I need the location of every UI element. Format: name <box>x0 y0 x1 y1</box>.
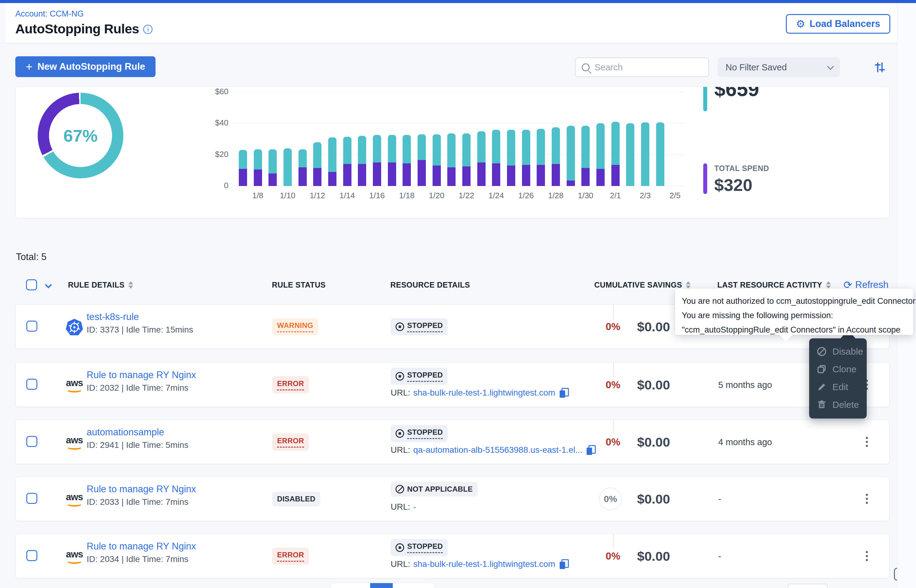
total-spend-value: $320 <box>714 175 753 195</box>
search-input[interactable] <box>594 62 702 73</box>
top-accent-bar <box>0 0 916 3</box>
menu-item-clone[interactable]: Clone <box>809 360 867 378</box>
column-rule-details[interactable]: RULE DETAILS <box>68 281 133 289</box>
column-last-resource-activity[interactable]: LAST RESOURCE ACTIVITY <box>717 281 831 289</box>
menu-item-edit[interactable]: Edit <box>809 378 867 396</box>
sort-icon[interactable] <box>826 281 831 289</box>
row-checkbox[interactable] <box>26 436 37 447</box>
row-actions-menu-button[interactable] <box>861 549 873 564</box>
menu-item-disable[interactable]: Disable <box>809 342 867 360</box>
y-axis-tick: 0 <box>204 181 228 190</box>
select-menu-chevron-icon[interactable] <box>46 283 51 287</box>
last-activity: 4 months ago <box>718 437 772 447</box>
last-activity: 5 months ago <box>718 380 772 390</box>
bar <box>325 90 340 186</box>
page-size-button[interactable] <box>788 584 827 588</box>
trash-icon <box>817 399 827 410</box>
rule-meta: ID: 2034 | Idle Time: 7mins <box>87 554 189 564</box>
aws-icon: aws <box>65 546 84 568</box>
savings-amount: $0.00 <box>637 491 670 506</box>
not-applicable-icon <box>396 485 404 493</box>
rule-name-link[interactable]: automationsample <box>87 427 164 438</box>
table-row: aws Rule to manage RY Nginx ID: 2034 | I… <box>15 534 889 578</box>
row-checkbox[interactable] <box>26 550 37 561</box>
row-actions-menu-button[interactable] <box>861 492 873 506</box>
select-all-checkbox[interactable] <box>26 279 37 290</box>
menu-item-delete[interactable]: Delete <box>809 396 867 414</box>
savings-amount: $0.00 <box>637 435 670 449</box>
resource-url-link[interactable]: qa-automation-alb-515563988.us-east-1.el… <box>413 445 583 455</box>
row-actions-menu-button[interactable] <box>861 435 873 449</box>
rule-name-link[interactable]: Rule to manage RY Nginx <box>87 484 196 495</box>
aws-icon: aws <box>65 489 84 510</box>
copy-icon[interactable] <box>560 559 569 569</box>
x-axis-tick: 1/28 <box>542 191 570 200</box>
status-badge-warning: WARNING <box>272 318 318 335</box>
account-breadcrumb[interactable]: Account: CCM-NG <box>15 9 84 19</box>
row-context-menu: Disable Clone Edit Delete <box>809 338 867 418</box>
row-checkbox[interactable] <box>26 379 37 390</box>
status-badge-error: ERROR <box>272 376 309 393</box>
rule-name-link[interactable]: Rule to manage RY Nginx <box>87 541 196 552</box>
bar: 1/12 <box>310 90 325 186</box>
resource-url-link[interactable]: - <box>413 502 416 512</box>
pagination-current-page[interactable] <box>370 583 393 588</box>
autostopping-rules-page: Account: CCM-NG AutoStopping Rulesi ⚙ Lo… <box>0 0 916 588</box>
rule-name-link[interactable]: Rule to manage RY Nginx <box>87 370 196 381</box>
total-count: Total: 5 <box>16 252 47 262</box>
bar <box>265 90 280 186</box>
savings-trend-tick <box>613 363 614 377</box>
column-cumulative-savings[interactable]: CUMULATIVE SAVINGS <box>594 281 691 289</box>
saved-filter-dropdown[interactable]: No Filter Saved <box>718 58 840 77</box>
bar-plot: 0$20$40$601/81/101/121/141/161/181/201/2… <box>233 90 685 186</box>
total-savings-value: $659 <box>714 87 759 101</box>
aws-icon: aws <box>65 375 84 396</box>
savings-percent: 0% <box>591 436 620 448</box>
bar: 1/18 <box>399 90 414 186</box>
table-row: aws Rule to manage RY Nginx ID: 2032 | I… <box>15 362 889 407</box>
bar-series: 1/81/101/121/141/161/181/201/221/241/261… <box>235 90 682 186</box>
stopped-icon <box>396 372 404 381</box>
column-resource-details: RESOURCE DETAILS <box>390 281 470 289</box>
resource-url-link[interactable]: sha-bulk-rule-test-1.lightwingtest.com <box>413 559 555 569</box>
savings-percent-ring: 0% <box>599 487 622 510</box>
savings-percent: 0% <box>591 321 620 333</box>
last-activity: - <box>718 494 721 504</box>
column-rule-status: RULE STATUS <box>272 281 326 289</box>
savings-trend-tick <box>613 420 614 434</box>
resource-state-badge: STOPPED <box>391 425 448 442</box>
savings-amount: $0.00 <box>637 377 670 392</box>
bar <box>444 90 459 186</box>
bar: 1/20 <box>429 90 444 186</box>
y-axis-tick: $20 <box>204 150 228 159</box>
sort-icon[interactable] <box>686 281 691 289</box>
stopped-icon <box>396 323 404 331</box>
bar <box>503 90 519 186</box>
savings-accent-bar <box>703 87 707 111</box>
row-checkbox[interactable] <box>26 321 37 332</box>
bar: 1/22 <box>459 90 474 186</box>
bar: 2/1 <box>608 90 623 186</box>
x-axis-tick: 1/12 <box>304 191 331 200</box>
info-icon[interactable]: i <box>143 25 152 34</box>
x-axis-tick: 1/8 <box>244 191 272 200</box>
row-checkbox[interactable] <box>26 493 37 504</box>
load-balancers-button[interactable]: ⚙ Load Balancers <box>786 14 890 34</box>
bar: 1/30 <box>578 90 593 186</box>
rule-name-link[interactable]: test-k8s-rule <box>87 312 139 323</box>
bar <box>414 90 429 186</box>
savings-trend-tick <box>613 534 614 548</box>
copy-icon[interactable] <box>560 388 569 398</box>
new-autostopping-rule-button[interactable]: + New AutoStopping Rule <box>15 56 155 77</box>
edit-icon <box>817 382 827 392</box>
status-badge-error: ERROR <box>272 548 309 565</box>
x-axis-tick: 1/14 <box>333 191 361 200</box>
x-axis-tick: 1/18 <box>393 191 421 200</box>
sort-icon[interactable] <box>128 281 133 289</box>
last-activity: - <box>718 551 721 561</box>
filter-sliders-icon[interactable] <box>873 61 887 74</box>
search-box[interactable] <box>575 58 709 77</box>
bar: 1/10 <box>280 90 295 186</box>
resource-url-link[interactable]: sha-bulk-rule-test-1.lightwingtest.com <box>413 388 555 398</box>
x-axis-tick: 1/26 <box>512 191 540 200</box>
